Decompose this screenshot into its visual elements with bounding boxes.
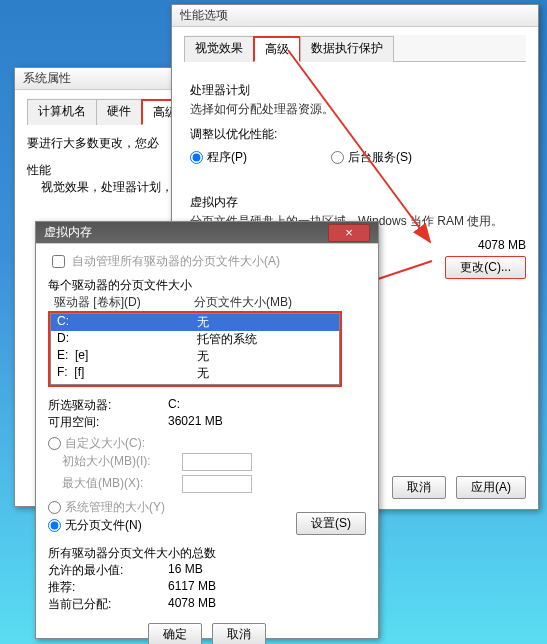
vm-heading: 虚拟内存 <box>190 194 526 211</box>
vm-title: 虚拟内存 <box>44 224 92 241</box>
vm-cancel-button[interactable]: 取消 <box>212 623 266 644</box>
auto-manage-checkbox-input[interactable] <box>52 255 65 268</box>
perf-options-tabs: 视觉效果 高级 数据执行保护 <box>184 35 526 62</box>
rec-label: 推荐: <box>48 579 168 596</box>
totals-heading: 所有驱动器分页文件大小的总数 <box>48 545 366 562</box>
radio-programs-label: 程序(P) <box>207 149 247 166</box>
radio-custom-input[interactable] <box>48 437 61 450</box>
tab-hardware[interactable]: 硬件 <box>96 99 142 125</box>
drive-value: 无 <box>197 314 209 331</box>
radio-custom-size[interactable]: 自定义大小(C): <box>48 435 145 452</box>
initial-size-label: 初始大小(MB)(I): <box>62 453 182 471</box>
radio-programs[interactable]: 程序(P) <box>190 149 247 166</box>
list-item[interactable]: E: [e] 无 <box>51 348 339 365</box>
vm-ok-button[interactable]: 确定 <box>148 623 202 644</box>
drive-listbox[interactable]: C: 无 D: 托管的系统 E: [e] 无 F: [f] 无 <box>50 313 340 385</box>
radio-system-input[interactable] <box>48 501 61 514</box>
min-label: 允许的最小值: <box>48 562 168 579</box>
list-item[interactable]: C: 无 <box>51 314 339 331</box>
drive-vol-label: [e] <box>75 348 88 362</box>
tab-dep[interactable]: 数据执行保护 <box>300 36 394 62</box>
free-space-value: 36021 MB <box>168 414 223 431</box>
auto-manage-checkbox[interactable]: 自动管理所有驱动器的分页文件大小(A) <box>48 252 280 271</box>
free-space-label: 可用空间: <box>48 414 168 431</box>
auto-manage-label: 自动管理所有驱动器的分页文件大小(A) <box>72 253 280 270</box>
drive-letter: E: <box>57 348 68 362</box>
radio-none-input[interactable] <box>48 519 61 532</box>
radio-system-managed[interactable]: 系统管理的大小(Y) <box>48 499 165 516</box>
selected-drive-label: 所选驱动器: <box>48 397 168 414</box>
initial-size-input[interactable] <box>182 453 252 471</box>
change-button[interactable]: 更改(C)... <box>445 256 526 279</box>
vm-titlebar: 虚拟内存 <box>36 222 378 244</box>
vm-total-value: 4078 MB <box>478 238 526 252</box>
radio-background-label: 后台服务(S) <box>348 149 412 166</box>
drive-value: 无 <box>197 365 209 382</box>
radio-background-input[interactable] <box>331 151 344 164</box>
perf-options-titlebar: 性能选项 <box>172 5 538 27</box>
cur-label: 当前已分配: <box>48 596 168 613</box>
cur-value: 4078 MB <box>168 596 216 613</box>
drive-vol-label: [f] <box>74 365 84 379</box>
radio-no-pagefile[interactable]: 无分页文件(N) <box>48 517 142 534</box>
rec-value: 6117 MB <box>168 579 216 596</box>
list-item[interactable]: F: [f] 无 <box>51 365 339 382</box>
perf-apply-button[interactable]: 应用(A) <box>456 476 526 499</box>
radio-programs-input[interactable] <box>190 151 203 164</box>
list-item[interactable]: D: 托管的系统 <box>51 331 339 348</box>
perf-cancel-button[interactable]: 取消 <box>392 476 446 499</box>
radio-system-label: 系统管理的大小(Y) <box>65 499 165 516</box>
virtual-memory-dialog: 虚拟内存 自动管理所有驱动器的分页文件大小(A) 每个驱动器的分页文件大小 驱动… <box>35 221 379 639</box>
drive-letter: F: <box>57 365 68 379</box>
cpu-heading: 处理器计划 <box>190 82 526 99</box>
system-properties-title: 系统属性 <box>23 70 71 87</box>
radio-custom-label: 自定义大小(C): <box>65 435 145 452</box>
radio-none-label: 无分页文件(N) <box>65 517 142 534</box>
each-drive-header: 每个驱动器的分页文件大小 <box>48 277 366 294</box>
max-size-label: 最大值(MB)(X): <box>62 475 182 493</box>
drive-value: 无 <box>197 348 209 365</box>
col-drive: 驱动器 [卷标](D) <box>54 294 194 311</box>
close-icon[interactable] <box>328 224 370 242</box>
cpu-adjust-label: 调整以优化性能: <box>190 126 526 143</box>
set-button[interactable]: 设置(S) <box>296 512 366 535</box>
cpu-desc: 选择如何分配处理器资源。 <box>190 101 526 118</box>
tab-advanced-perf[interactable]: 高级 <box>253 36 301 62</box>
selected-drive-value: C: <box>168 397 180 414</box>
radio-background[interactable]: 后台服务(S) <box>331 149 412 166</box>
col-pagefile: 分页文件大小(MB) <box>194 294 292 311</box>
perf-options-title: 性能选项 <box>180 7 228 24</box>
tab-visual-effects[interactable]: 视觉效果 <box>184 36 254 62</box>
max-size-input[interactable] <box>182 475 252 493</box>
min-value: 16 MB <box>168 562 203 579</box>
drive-letter: C: <box>57 314 69 328</box>
tab-computer-name[interactable]: 计算机名 <box>27 99 97 125</box>
drive-value: 托管的系统 <box>197 331 257 348</box>
drive-letter: D: <box>57 331 69 345</box>
